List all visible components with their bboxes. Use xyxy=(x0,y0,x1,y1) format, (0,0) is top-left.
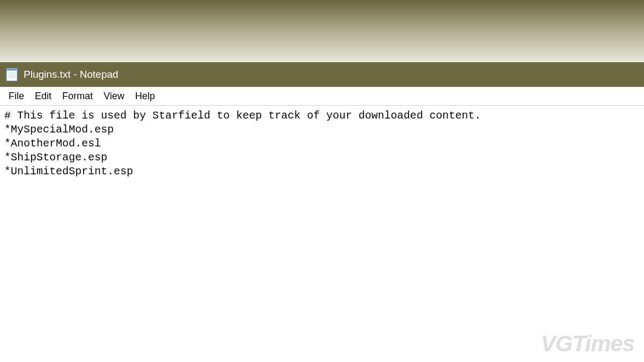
menu-format[interactable]: Format xyxy=(57,88,98,104)
menu-file[interactable]: File xyxy=(3,88,30,104)
title-bar[interactable]: Plugins.txt - Notepad xyxy=(0,62,644,87)
svg-point-3 xyxy=(10,69,11,70)
menu-view[interactable]: View xyxy=(98,88,130,104)
menu-help[interactable]: Help xyxy=(130,88,160,104)
editor-line: # This file is used by Starfield to keep… xyxy=(4,109,481,122)
background-gradient xyxy=(0,0,644,62)
svg-point-2 xyxy=(8,69,9,70)
editor-line: *ShipStorage.esp xyxy=(4,151,107,164)
watermark: VGTimes xyxy=(541,331,634,357)
editor-line: *AnotherMod.esl xyxy=(4,137,101,150)
menu-bar: File Edit Format View Help xyxy=(0,87,644,106)
notepad-icon xyxy=(5,67,18,82)
svg-point-4 xyxy=(12,69,13,70)
editor-line: *MySpecialMod.esp xyxy=(4,123,114,136)
editor-line: *UnlimitedSprint.esp xyxy=(4,165,133,178)
svg-point-5 xyxy=(14,69,15,70)
text-editor[interactable]: # This file is used by Starfield to keep… xyxy=(0,106,644,182)
window-title: Plugins.txt - Notepad xyxy=(24,69,118,80)
menu-edit[interactable]: Edit xyxy=(30,88,57,104)
